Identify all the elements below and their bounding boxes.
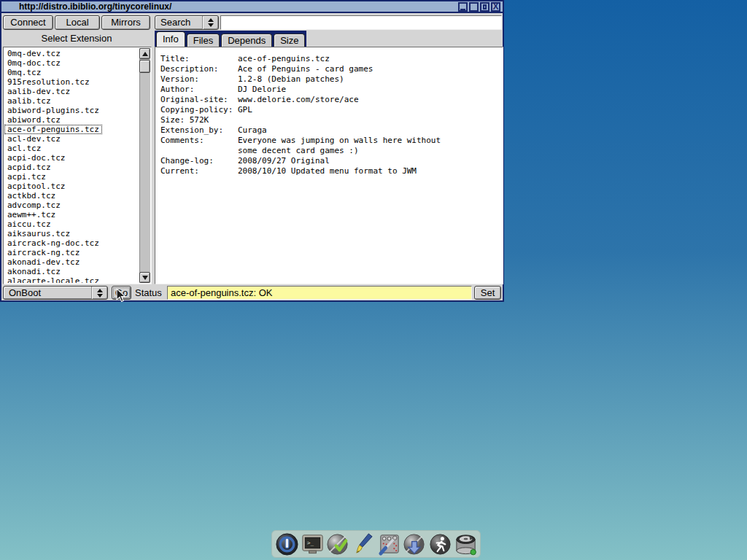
list-item[interactable]: aiccu.tcz <box>4 219 54 229</box>
info-line: Extension_by: Curaga <box>160 125 503 136</box>
tab-bar: Info Files Depends Size <box>155 31 306 47</box>
info-line: Author: DJ Delorie <box>160 85 503 95</box>
list-item[interactable]: acpi-doc.tcz <box>4 153 68 163</box>
select-extension-label: Select Extension <box>1 33 152 44</box>
package-listbox: 0mq-dev.tcz 0mq-doc.tcz 0mq.tcz 915resol… <box>3 47 152 284</box>
status-label: Status <box>135 287 162 298</box>
tab-files[interactable]: Files <box>187 34 220 47</box>
list-item[interactable]: acpitool.tcz <box>4 182 68 191</box>
list-item[interactable]: alacarte-locale.tcz <box>4 276 102 283</box>
status-field[interactable]: ace-of-penguins.tcz: OK <box>167 286 472 300</box>
mirrors-button[interactable]: Mirrors <box>101 15 150 30</box>
window-controls: X <box>458 2 500 12</box>
info-line: Size: 572K <box>160 115 503 125</box>
tab-size[interactable]: Size <box>274 34 305 47</box>
info-line: Copying-policy: GPL <box>160 105 503 115</box>
list-item[interactable]: 0mq.tcz <box>4 68 44 77</box>
list-item[interactable]: advcomp.tcz <box>4 201 63 210</box>
info-line: Version: 1.2-8 (Debian patches) <box>160 74 503 85</box>
list-item[interactable]: acl.tcz <box>4 144 44 153</box>
scrollbar-thumb[interactable] <box>139 60 150 73</box>
info-line: some decent card games :) <box>160 146 503 156</box>
list-item[interactable]: aalib.tcz <box>4 96 54 106</box>
local-button[interactable]: Local <box>55 15 100 30</box>
terminal-icon[interactable]: >_ <box>300 532 325 556</box>
info-line: Original-site: www.delorie.com/store/ace <box>160 95 503 105</box>
list-item[interactable]: actkbd.tcz <box>4 191 58 201</box>
restore-icon[interactable] <box>480 2 489 12</box>
list-item[interactable]: acl-dev.tcz <box>4 134 63 144</box>
list-item[interactable]: abiword.tcz <box>4 115 63 125</box>
connect-button[interactable]: Connect <box>3 15 53 30</box>
list-item[interactable]: aiksaurus.tcz <box>4 229 73 238</box>
power-icon[interactable] <box>274 532 299 556</box>
set-button[interactable]: Set <box>474 286 501 300</box>
list-item[interactable]: 915resolution.tcz <box>4 77 93 87</box>
tab-info[interactable]: Info <box>156 31 185 47</box>
list-item[interactable]: 0mq-doc.tcz <box>4 58 63 68</box>
info-line: Change-log: 2008/09/27 Original <box>160 156 503 166</box>
updown-arrows-icon <box>91 287 107 299</box>
list-item[interactable]: aalib-dev.tcz <box>4 87 73 96</box>
control-panel-icon[interactable] <box>376 532 401 556</box>
window-title: http://distro.ibiblio.org/tinycorelinux/ <box>1 1 503 12</box>
scroll-down-icon[interactable] <box>139 272 150 283</box>
list-item[interactable]: akonadi.tcz <box>4 267 63 276</box>
run-icon[interactable] <box>427 532 452 556</box>
search-input[interactable] <box>220 15 502 30</box>
install-mode-value: OnBoot <box>4 287 91 299</box>
updown-arrows-icon <box>202 16 218 29</box>
list-item[interactable]: acpi.tcz <box>4 172 49 182</box>
list-scrollbar[interactable] <box>139 48 150 283</box>
list-item[interactable]: aircrack-ng-doc.tcz <box>4 238 102 248</box>
search-mode-value: Search <box>155 16 202 29</box>
tab-depends[interactable]: Depends <box>221 34 272 47</box>
scroll-up-icon[interactable] <box>139 48 150 59</box>
list-item[interactable]: akonadi-dev.tcz <box>4 257 82 267</box>
info-line: Current: 2008/10/10 Updated menu format … <box>160 166 503 176</box>
apps-check-icon[interactable] <box>325 532 350 556</box>
desktop: http://distro.ibiblio.org/tinycorelinux/… <box>0 0 747 560</box>
titlebar[interactable]: http://distro.ibiblio.org/tinycorelinux/… <box>1 1 503 13</box>
appbrowser-window: http://distro.ibiblio.org/tinycorelinux/… <box>0 0 504 302</box>
app-audit-icon[interactable] <box>402 532 427 556</box>
go-button[interactable]: Go <box>112 286 131 300</box>
mount-disk-icon[interactable] <box>453 532 478 556</box>
paint-brush-icon[interactable] <box>351 532 376 556</box>
bottom-bar: OnBoot Go Status ace-of-penguins.tcz: OK… <box>1 285 503 300</box>
list-item[interactable]: 0mq-dev.tcz <box>4 49 63 58</box>
list-item[interactable]: ace-of-penguins.tcz <box>4 125 102 134</box>
list-item[interactable]: abiword-plugins.tcz <box>4 106 102 115</box>
info-panel: Title: ace-of-penguins.tcz Description: … <box>155 47 503 284</box>
close-icon[interactable]: X <box>491 2 500 12</box>
svg-text:>_: >_ <box>306 540 314 546</box>
list-item[interactable]: acpid.tcz <box>4 163 54 172</box>
info-line: Description: Ace of Penguins - card game… <box>160 64 503 74</box>
dock: >_ <box>271 530 481 558</box>
install-mode-dropdown[interactable]: OnBoot <box>3 286 108 300</box>
list-item[interactable]: aewm++.tcz <box>4 210 58 219</box>
minimize-icon[interactable] <box>458 2 468 12</box>
info-line: Comments: Everyone was jumping on walls … <box>160 136 503 146</box>
list-item[interactable]: aircrack-ng.tcz <box>4 248 82 257</box>
info-line: Title: ace-of-penguins.tcz <box>160 54 503 64</box>
package-list: 0mq-dev.tcz 0mq-doc.tcz 0mq.tcz 915resol… <box>4 48 139 283</box>
search-mode-dropdown[interactable]: Search <box>155 15 219 30</box>
maximize-icon[interactable] <box>469 2 479 12</box>
